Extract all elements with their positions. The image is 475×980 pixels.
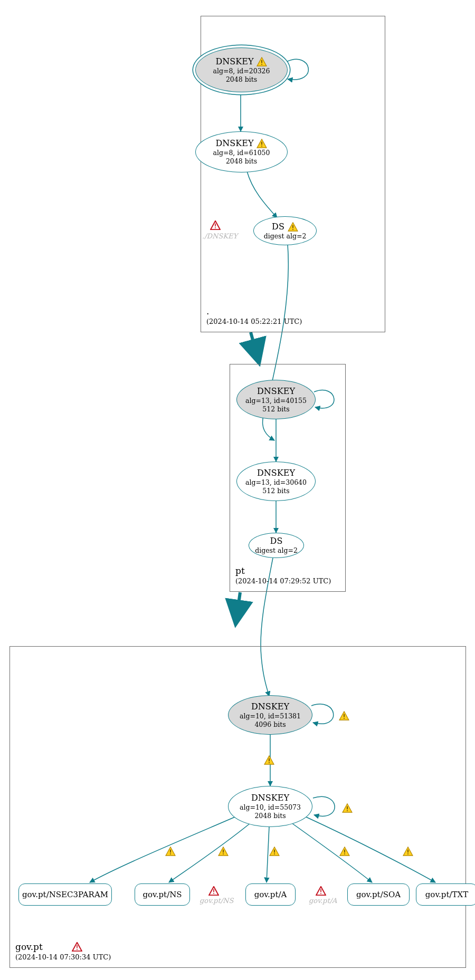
warning-icon xyxy=(342,803,353,813)
rr-nsec3param[interactable]: gov.pt/NSEC3PARAM xyxy=(18,883,112,906)
node-pt-zsk-meta1: alg=13, id=30640 xyxy=(245,478,307,487)
node-root-ksk-title: DNSKEY xyxy=(216,56,254,67)
svg-rect-20 xyxy=(274,850,275,853)
svg-rect-19 xyxy=(223,853,224,854)
svg-rect-24 xyxy=(407,850,408,853)
node-gov-ksk-meta1: alg=10, id=51381 xyxy=(240,712,301,720)
warning-icon xyxy=(403,847,413,856)
rr-a-label: gov.pt/A xyxy=(254,890,287,900)
warning-icon xyxy=(165,847,176,856)
svg-rect-0 xyxy=(262,60,263,63)
svg-rect-29 xyxy=(320,893,321,894)
zone-root-name: . xyxy=(206,305,302,318)
rr-soa-label: gov.pt/SOA xyxy=(356,890,401,900)
node-pt-ksk-title: DNSKEY xyxy=(257,386,295,397)
node-pt-zsk-dnskey[interactable]: DNSKEY alg=13, id=30640 512 bits xyxy=(236,462,316,501)
zone-pt-name: pt xyxy=(235,565,331,577)
svg-rect-18 xyxy=(223,850,224,853)
node-root-ds-title: DS xyxy=(272,222,284,232)
zone-govpt-name: gov.pt xyxy=(15,941,43,953)
rr-soa[interactable]: gov.pt/SOA xyxy=(347,883,410,906)
ghost-gov-ns: gov.pt/NS xyxy=(200,897,233,905)
zone-root-label: . (2024-10-14 05:22:21 UTC) xyxy=(206,305,302,326)
svg-rect-26 xyxy=(213,889,214,892)
node-root-ksk-meta2: 2048 bits xyxy=(226,75,257,84)
node-pt-ksk-meta1: alg=13, id=40155 xyxy=(245,397,307,405)
svg-rect-12 xyxy=(269,758,270,762)
node-pt-ksk-meta2: 512 bits xyxy=(262,405,289,414)
node-gov-ksk-dnskey[interactable]: DNSKEY alg=10, id=51381 4096 bits xyxy=(228,695,312,735)
svg-rect-17 xyxy=(170,853,171,854)
node-gov-zsk-title: DNSKEY xyxy=(251,793,289,803)
node-pt-ksk-dnskey[interactable]: DNSKEY alg=13, id=40155 512 bits xyxy=(236,380,316,419)
zone-govpt-timestamp: (2024-10-14 07:30:34 UTC) xyxy=(15,953,111,962)
node-gov-ksk-title: DNSKEY xyxy=(251,702,289,712)
error-icon xyxy=(210,220,221,230)
warning-icon xyxy=(256,57,267,66)
svg-rect-7 xyxy=(215,227,216,228)
svg-rect-13 xyxy=(269,762,270,763)
warning-icon xyxy=(218,847,229,856)
svg-rect-9 xyxy=(77,949,78,950)
svg-rect-5 xyxy=(292,229,293,230)
node-root-zsk-dnskey[interactable]: DNSKEY alg=8, id=61050 2048 bits xyxy=(195,131,288,172)
svg-rect-14 xyxy=(347,806,348,810)
node-root-ds-meta1: digest alg=2 xyxy=(264,232,307,241)
rr-ns[interactable]: gov.pt/NS xyxy=(135,883,190,906)
rr-txt-label: gov.pt/TXT xyxy=(425,890,468,900)
node-pt-ds-meta1: digest alg=2 xyxy=(255,546,298,555)
warning-icon xyxy=(264,755,274,765)
svg-rect-10 xyxy=(344,714,345,717)
svg-rect-4 xyxy=(292,225,293,228)
warning-icon xyxy=(269,847,280,856)
node-root-ds[interactable]: DS digest alg=2 xyxy=(253,216,317,245)
node-gov-zsk-dnskey[interactable]: DNSKEY alg=10, id=55073 2048 bits xyxy=(228,786,312,827)
node-root-ksk-meta1: alg=8, id=20326 xyxy=(213,67,270,75)
svg-rect-25 xyxy=(407,853,408,854)
zone-root-timestamp: (2024-10-14 05:22:21 UTC) xyxy=(206,317,302,326)
svg-rect-15 xyxy=(347,810,348,811)
ghost-root-dnskey: ./DNSKEY xyxy=(202,232,238,240)
svg-rect-11 xyxy=(344,718,345,719)
node-pt-ds[interactable]: DS digest alg=2 xyxy=(249,533,304,558)
zone-pt-timestamp: (2024-10-14 07:29:52 UTC) xyxy=(235,577,331,586)
svg-rect-6 xyxy=(215,224,216,227)
node-pt-ds-title: DS xyxy=(270,536,283,546)
svg-rect-16 xyxy=(170,850,171,853)
node-pt-zsk-title: DNSKEY xyxy=(257,468,295,478)
node-root-zsk-title: DNSKEY xyxy=(216,138,254,149)
svg-rect-1 xyxy=(262,64,263,65)
edge-zone-root-to-pt xyxy=(251,332,259,361)
node-pt-zsk-meta2: 512 bits xyxy=(262,487,289,495)
node-root-zsk-meta2: 2048 bits xyxy=(226,157,257,166)
rr-nsec3param-label: gov.pt/NSEC3PARAM xyxy=(22,890,108,900)
zone-govpt-label: gov.pt (2024-10-14 07:30:34 UTC) xyxy=(15,941,111,962)
warning-icon xyxy=(256,139,267,148)
svg-rect-21 xyxy=(274,853,275,854)
error-icon xyxy=(316,886,326,896)
warning-icon xyxy=(339,847,350,856)
error-icon xyxy=(72,942,82,952)
node-gov-zsk-meta1: alg=10, id=55073 xyxy=(240,803,301,812)
rr-ns-label: gov.pt/NS xyxy=(142,890,182,900)
svg-rect-3 xyxy=(262,146,263,147)
svg-rect-27 xyxy=(213,893,214,894)
zone-pt-label: pt (2024-10-14 07:29:52 UTC) xyxy=(235,565,331,586)
ghost-gov-a: gov.pt/A xyxy=(309,897,337,905)
rr-txt[interactable]: gov.pt/TXT xyxy=(416,883,475,906)
rr-a[interactable]: gov.pt/A xyxy=(245,883,296,906)
node-gov-ksk-meta2: 4096 bits xyxy=(254,720,286,729)
svg-rect-28 xyxy=(320,889,321,892)
svg-rect-8 xyxy=(77,945,78,948)
svg-rect-22 xyxy=(344,850,345,853)
warning-icon xyxy=(339,711,349,720)
node-root-ksk-dnskey[interactable]: DNSKEY alg=8, id=20326 2048 bits xyxy=(195,47,288,92)
edge-zone-pt-to-govpt xyxy=(236,592,240,622)
svg-rect-2 xyxy=(262,142,263,145)
node-gov-zsk-meta2: 2048 bits xyxy=(254,812,286,820)
node-root-zsk-meta1: alg=8, id=61050 xyxy=(213,149,270,157)
svg-rect-23 xyxy=(344,853,345,854)
error-icon xyxy=(208,886,219,896)
warning-icon xyxy=(288,222,298,232)
